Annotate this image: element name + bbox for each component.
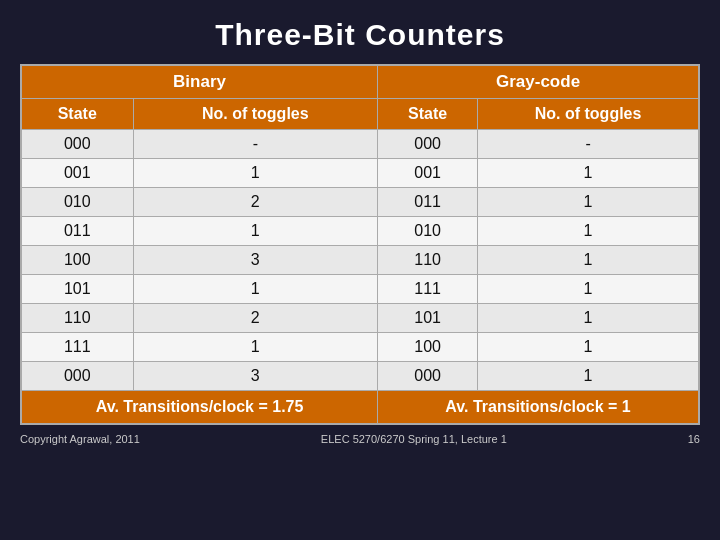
gray-toggles-cell: 1: [478, 304, 699, 333]
gray-state-cell: 000: [378, 130, 478, 159]
bin-state-cell: 101: [21, 275, 133, 304]
bin-toggles-cell: 2: [133, 188, 378, 217]
graycode-state-header: State: [378, 99, 478, 130]
table-row: 000 - 000 -: [21, 130, 699, 159]
bin-state-cell: 111: [21, 333, 133, 362]
bin-state-cell: 000: [21, 362, 133, 391]
bin-toggles-cell: 1: [133, 275, 378, 304]
table-row: 000 3 000 1: [21, 362, 699, 391]
gray-state-cell: 001: [378, 159, 478, 188]
table-row: 001 1 001 1: [21, 159, 699, 188]
binary-toggles-header: No. of toggles: [133, 99, 378, 130]
footer-graycode: Av. Transitions/clock = 1: [378, 391, 699, 425]
gray-toggles-cell: 1: [478, 217, 699, 246]
gray-toggles-cell: 1: [478, 333, 699, 362]
bin-toggles-cell: 3: [133, 362, 378, 391]
gray-toggles-cell: 1: [478, 246, 699, 275]
binary-header: Binary: [21, 65, 378, 99]
bin-toggles-cell: 1: [133, 217, 378, 246]
table-row: 110 2 101 1: [21, 304, 699, 333]
course-info: ELEC 5270/6270 Spring 11, Lecture 1: [321, 433, 507, 445]
copyright-text: Copyright Agrawal, 2011: [20, 433, 140, 445]
gray-state-cell: 000: [378, 362, 478, 391]
bin-toggles-cell: 2: [133, 304, 378, 333]
bin-state-cell: 000: [21, 130, 133, 159]
gray-state-cell: 010: [378, 217, 478, 246]
bin-toggles-cell: 1: [133, 159, 378, 188]
bin-toggles-cell: -: [133, 130, 378, 159]
bin-state-cell: 100: [21, 246, 133, 275]
table-row: 011 1 010 1: [21, 217, 699, 246]
table-row: 100 3 110 1: [21, 246, 699, 275]
footer-row: Av. Transitions/clock = 1.75 Av. Transit…: [21, 391, 699, 425]
gray-state-cell: 111: [378, 275, 478, 304]
table-container: Binary Gray-code State No. of toggles St…: [20, 64, 700, 425]
bin-toggles-cell: 3: [133, 246, 378, 275]
gray-toggles-cell: 1: [478, 275, 699, 304]
bin-state-cell: 110: [21, 304, 133, 333]
graycode-header: Gray-code: [378, 65, 699, 99]
gray-toggles-cell: 1: [478, 159, 699, 188]
gray-state-cell: 101: [378, 304, 478, 333]
table-row: 111 1 100 1: [21, 333, 699, 362]
gray-state-cell: 110: [378, 246, 478, 275]
table-row: 101 1 111 1: [21, 275, 699, 304]
gray-toggles-cell: 1: [478, 362, 699, 391]
page-number: 16: [688, 433, 700, 445]
bin-state-cell: 011: [21, 217, 133, 246]
table-row: 010 2 011 1: [21, 188, 699, 217]
bottom-bar: Copyright Agrawal, 2011 ELEC 5270/6270 S…: [20, 433, 700, 445]
bin-toggles-cell: 1: [133, 333, 378, 362]
binary-state-header: State: [21, 99, 133, 130]
gray-state-cell: 011: [378, 188, 478, 217]
page-title: Three-Bit Counters: [215, 0, 505, 64]
bin-state-cell: 010: [21, 188, 133, 217]
main-table: Binary Gray-code State No. of toggles St…: [20, 64, 700, 425]
footer-binary: Av. Transitions/clock = 1.75: [21, 391, 378, 425]
gray-state-cell: 100: [378, 333, 478, 362]
gray-toggles-cell: -: [478, 130, 699, 159]
graycode-toggles-header: No. of toggles: [478, 99, 699, 130]
gray-toggles-cell: 1: [478, 188, 699, 217]
bin-state-cell: 001: [21, 159, 133, 188]
